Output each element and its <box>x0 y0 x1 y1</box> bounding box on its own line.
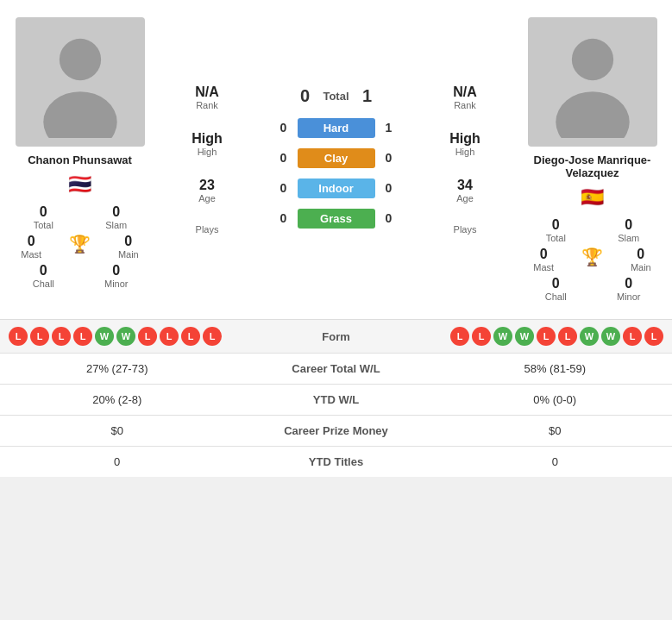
indoor-button[interactable]: Indoor <box>298 178 375 198</box>
left-age-label: Age <box>198 193 216 204</box>
svg-point-1 <box>59 39 100 80</box>
stats-table: 27% (27-73) Career Total W/L 58% (81-59)… <box>0 353 672 477</box>
right-minor-stat: 0 Minor <box>607 276 650 302</box>
stat-right-value: 0 <box>438 447 672 478</box>
right-mast-label: Mast <box>533 262 554 272</box>
left-form-badges: LLLLWWLLLL <box>9 327 293 346</box>
left-slam-value: 0 <box>112 204 120 220</box>
score-left: 0 <box>292 86 317 106</box>
clay-score-right: 0 <box>380 151 398 165</box>
right-side-stats: N/A Rank High High 34 Age Plays <box>418 9 512 310</box>
right-main-value: 0 <box>637 247 644 262</box>
form-label: Form <box>293 330 380 343</box>
score-right: 1 <box>355 86 380 106</box>
right-slam-label: Slam <box>618 233 639 243</box>
grass-surface-row: 0 Grass 0 <box>254 209 418 229</box>
stat-center-label: YTD W/L <box>234 385 437 416</box>
left-high-value: High <box>192 131 223 147</box>
left-mast-stat: 0 Mast <box>9 234 53 260</box>
grass-score-left: 0 <box>275 211 292 225</box>
left-rank-block: N/A Rank <box>195 85 219 110</box>
right-mast-value: 0 <box>540 247 548 262</box>
stat-right-value: $0 <box>438 416 672 447</box>
left-total-stat: 0 Total <box>22 204 65 230</box>
hard-button[interactable]: Hard <box>298 118 375 138</box>
right-stats-row1: 0 Total 0 Slam <box>519 217 665 243</box>
right-age-label: Age <box>456 193 474 204</box>
clay-button[interactable]: Clay <box>298 148 375 168</box>
right-trophy-icon: 🏆 <box>570 247 613 272</box>
right-chall-stat: 0 Chall <box>534 276 577 302</box>
right-high-label: High <box>455 147 475 157</box>
left-chall-stat: 0 Chall <box>22 263 65 289</box>
stat-right-value: 58% (81-59) <box>438 354 672 385</box>
left-high-label: High <box>198 147 217 157</box>
indoor-surface-row: 0 Indoor 0 <box>254 178 418 198</box>
left-age-block: 23 Age <box>198 178 216 204</box>
left-chall-value: 0 <box>40 263 47 279</box>
stats-row: 27% (27-73) Career Total W/L 58% (81-59) <box>0 354 672 385</box>
right-rank-block: N/A Rank <box>453 85 477 110</box>
left-total-label: Total <box>34 220 53 230</box>
left-trophy-icon: 🏆 <box>58 234 101 260</box>
left-main-label: Main <box>118 249 139 260</box>
hard-score-right: 1 <box>380 121 398 135</box>
right-player-card: Diego-Jose Manrique-Velazquez 🇪🇸 0 Total… <box>512 9 672 310</box>
form-badge: W <box>493 327 512 346</box>
left-player-name: Chanon Phunsawat <box>28 153 132 166</box>
stats-row: $0 Career Prize Money $0 <box>0 416 672 447</box>
left-age-value: 23 <box>199 178 215 193</box>
right-rank-value: N/A <box>453 85 477 100</box>
right-main-stat: 0 Main <box>619 247 663 272</box>
left-stats-row2: 0 Mast 🏆 0 Main <box>7 234 153 260</box>
form-badge: L <box>181 327 200 346</box>
right-player-flag: 🇪🇸 <box>581 186 604 209</box>
middle-wrapper: N/A Rank High High 23 Age Plays <box>160 9 512 310</box>
left-side-stats: N/A Rank High High 23 Age Plays <box>160 9 254 310</box>
stat-left-value: 27% (27-73) <box>0 354 234 385</box>
left-main-stat: 0 Main <box>107 234 150 260</box>
left-player-flag: 🇹🇭 <box>68 173 91 196</box>
stat-center-label: Career Prize Money <box>234 416 437 447</box>
left-player-avatar <box>16 17 145 147</box>
stat-right-value: 0% (0-0) <box>438 385 672 416</box>
left-mast-value: 0 <box>28 234 35 249</box>
total-score-row: 0 Total 1 <box>254 86 418 106</box>
right-mast-stat: 0 Mast <box>522 247 565 272</box>
player-section: Chanon Phunsawat 🇹🇭 0 Total 0 Slam 0 Mas… <box>0 0 672 319</box>
score-label: Total <box>323 90 349 103</box>
form-badge: L <box>644 327 663 346</box>
left-stats-row3: 0 Chall 0 Minor <box>7 263 153 289</box>
right-minor-label: Minor <box>617 291 641 302</box>
stats-row: 20% (2-8) YTD W/L 0% (0-0) <box>0 385 672 416</box>
right-player-name: Diego-Jose Manrique-Velazquez <box>519 153 665 179</box>
grass-button[interactable]: Grass <box>298 209 375 229</box>
form-badge: L <box>203 327 222 346</box>
right-total-value: 0 <box>552 217 560 233</box>
form-badge: W <box>116 327 135 346</box>
form-badge: L <box>558 327 577 346</box>
form-badge: W <box>95 327 114 346</box>
form-badge: L <box>73 327 92 346</box>
stat-left-value: $0 <box>0 416 234 447</box>
grass-score-right: 0 <box>380 211 398 225</box>
form-badge: L <box>138 327 157 346</box>
right-main-label: Main <box>631 262 651 272</box>
right-slam-stat: 0 Slam <box>607 217 650 243</box>
clay-surface-row: 0 Clay 0 <box>254 148 418 168</box>
stat-center-label: YTD Titles <box>234 447 437 478</box>
right-total-stat: 0 Total <box>534 217 577 243</box>
left-rank-value: N/A <box>195 85 219 100</box>
left-total-value: 0 <box>40 204 47 220</box>
left-main-value: 0 <box>124 234 132 249</box>
right-high-value: High <box>449 131 480 147</box>
stat-left-value: 20% (2-8) <box>0 385 234 416</box>
right-slam-value: 0 <box>625 217 632 233</box>
right-age-block: 34 Age <box>456 178 474 204</box>
stats-row: 0 YTD Titles 0 <box>0 447 672 478</box>
hard-score-left: 0 <box>275 121 292 135</box>
svg-point-4 <box>571 39 612 80</box>
indoor-score-left: 0 <box>275 181 292 195</box>
form-badge: L <box>160 327 179 346</box>
left-player-card: Chanon Phunsawat 🇹🇭 0 Total 0 Slam 0 Mas… <box>0 9 160 310</box>
